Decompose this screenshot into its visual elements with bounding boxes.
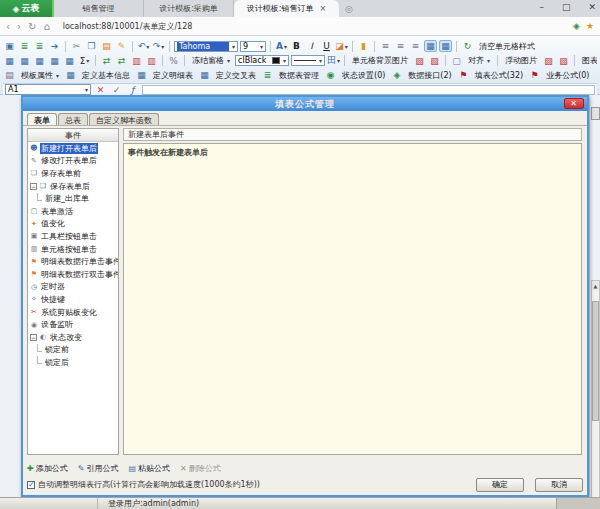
fill-color-icon[interactable]: ◪▾ xyxy=(335,40,348,52)
paste-icon[interactable]: ▤ xyxy=(100,40,113,52)
font-color-icon[interactable]: A▾ xyxy=(275,40,288,52)
add-float-image-icon[interactable]: ▧ xyxy=(542,55,555,67)
formula-cancel-icon[interactable]: ✕ xyxy=(94,84,107,96)
toolbar-fill-formula[interactable]: 填表公式(32) xyxy=(472,70,526,81)
save-icon[interactable]: ▣ xyxy=(3,40,16,52)
chart-button[interactable]: 图表 xyxy=(579,55,597,66)
ok-button[interactable]: 确定 xyxy=(476,478,524,492)
tree-item-detail-row-click[interactable]: ⚑明细表数据行单击事件 xyxy=(28,255,118,268)
align-box-icon[interactable]: ▢ xyxy=(450,55,463,67)
bookmark-star-icon[interactable]: ★ xyxy=(586,21,594,31)
forward-icon[interactable]: › xyxy=(17,21,21,32)
lock-cell-icon[interactable]: ▮ xyxy=(357,40,370,52)
share-icon[interactable]: ➔ xyxy=(48,40,61,52)
reload-icon[interactable]: ↻ xyxy=(28,21,36,32)
italic-icon[interactable]: I xyxy=(305,40,318,52)
tree-item-before-save-form[interactable]: ❏保存表单前 xyxy=(28,167,118,180)
add-formula-button[interactable]: ✚添加公式 xyxy=(27,463,68,474)
toolbar-business-formula[interactable]: 业务公式(0) xyxy=(543,70,592,81)
delete-formula-button[interactable]: ✕删除公式 xyxy=(180,463,221,474)
insert-row-icon[interactable]: ▦ xyxy=(3,55,16,67)
toolbar-define-detail-table[interactable]: 定义明细表 xyxy=(150,70,196,81)
tree-item-after-save-form[interactable]: −❏保存表单后 xyxy=(28,180,118,193)
bold-icon[interactable]: B xyxy=(290,40,303,52)
tree-item-value-change[interactable]: ✦值变化 xyxy=(28,218,118,231)
paste-formula-button[interactable]: ▤粘贴公式 xyxy=(128,463,170,474)
tree-item-detail-row-dblclick[interactable]: ⚑明细表数据行双击事件 xyxy=(28,268,118,281)
align-center-icon[interactable]: ≡ xyxy=(394,40,407,52)
tree-item-new-outbound-order[interactable]: 新建_出库单 xyxy=(28,192,118,205)
scroll-up-icon[interactable]: ▲ xyxy=(592,281,599,290)
line-style-select[interactable]: ▾ xyxy=(291,55,325,66)
export-icon[interactable]: ≣ xyxy=(33,40,46,52)
remove-float-image-icon[interactable]: ▧ xyxy=(557,55,570,67)
resize-table-icon[interactable]: ▦ xyxy=(63,55,76,67)
tree-item-clipboard-change[interactable]: ✂系统剪贴板变化 xyxy=(28,306,118,319)
insert-column-icon[interactable]: ▦ xyxy=(18,55,31,67)
clear-cell-style-button[interactable]: 清空单元格样式 xyxy=(476,41,538,52)
borders-icon[interactable]: 田▾ xyxy=(327,55,340,67)
cancel-button[interactable]: 取消 xyxy=(535,478,583,492)
tree-item-after-new-open-form[interactable]: ☻新建打开表单后 xyxy=(28,142,118,155)
tree-item-form-activate[interactable]: ▢表单激活 xyxy=(28,205,118,218)
window-close-icon[interactable]: ✕ xyxy=(588,2,596,12)
copy-icon[interactable]: ❐ xyxy=(85,40,98,52)
scroll-thumb[interactable] xyxy=(592,301,599,421)
dialog-close-icon[interactable]: ✕ xyxy=(564,98,584,109)
undo-icon[interactable]: ↶▾ xyxy=(137,40,150,52)
page-edge-button[interactable] xyxy=(591,107,600,120)
tree-item-hotkey[interactable]: ✧快捷键 xyxy=(28,293,118,306)
formula-confirm-icon[interactable]: ✓ xyxy=(110,84,123,96)
collapse-icon[interactable]: − xyxy=(30,334,37,341)
named-range-icon[interactable]: ▥ xyxy=(130,55,143,67)
home-icon[interactable]: ⌂ xyxy=(43,21,49,32)
reference-formula-button[interactable]: ✎引用公式 xyxy=(78,463,119,474)
page-vertical-scrollbar[interactable]: ▲ ▼ xyxy=(591,280,600,509)
tree-item-after-lock[interactable]: 锁定后 xyxy=(28,356,118,369)
align-left-icon[interactable]: ≡ xyxy=(379,40,392,52)
toolbar-data-table-management[interactable]: 数据表管理 xyxy=(276,70,322,81)
delete-row-icon[interactable]: ▦ xyxy=(33,55,46,67)
back-icon[interactable]: ‹ xyxy=(6,21,10,32)
align-button[interactable]: 对齐▾ xyxy=(465,55,493,66)
minimize-icon[interactable]: – xyxy=(539,2,544,12)
toolbar-define-basic-info[interactable]: 定义基本信息 xyxy=(79,70,133,81)
formula-editor[interactable]: 事件触发在新建表单后 xyxy=(123,143,582,455)
remove-bg-image-icon[interactable]: ▧ xyxy=(428,55,441,67)
toolbar-data-interface[interactable]: 数据接口(2) xyxy=(405,70,454,81)
url-text[interactable]: localhost:88/10001/表单定义/128 xyxy=(63,21,566,32)
tree-item-state-change[interactable]: −◐状态改变 xyxy=(28,331,118,344)
tree-item-cell-button-click[interactable]: ▥单元格按钮单击 xyxy=(28,243,118,256)
tree-item-timer[interactable]: ◷定时器 xyxy=(28,281,118,294)
auto-row-height-checkbox[interactable] xyxy=(27,481,35,489)
refresh-style-icon[interactable]: ↻ xyxy=(461,40,474,52)
link-cell-icon[interactable]: ⇄ xyxy=(100,55,113,67)
clear-range-icon[interactable]: ▥ xyxy=(145,55,158,67)
formula-input[interactable] xyxy=(142,85,595,95)
delete-column-icon[interactable]: ▦ xyxy=(48,55,61,67)
maximize-icon[interactable]: □ xyxy=(562,2,571,12)
toolbar-status-settings[interactable]: 状态设置(0) xyxy=(339,70,388,81)
freeze-panes-button[interactable]: 冻结窗格▾ xyxy=(189,55,233,66)
cell-bg-image-button[interactable]: 单元格背景图片 xyxy=(349,55,411,66)
collapse-icon[interactable]: − xyxy=(30,183,37,190)
tab-design-sales-order[interactable]: 设计模板:销售订单 × xyxy=(234,0,339,17)
toolbar-template-properties[interactable]: 模板属性▾ xyxy=(18,70,62,81)
add-bg-image-icon[interactable]: ▧ xyxy=(413,55,426,67)
font-size-select[interactable]: 9 ▾ xyxy=(240,41,266,52)
float-image-button[interactable]: 浮动图片 xyxy=(502,55,540,66)
wrap-text-icon[interactable]: ▦ xyxy=(439,40,452,52)
tree-item-toolbar-button-click[interactable]: ▣工具栏按钮单击 xyxy=(28,230,118,243)
tree-item-device-listen[interactable]: ◉设备监听 xyxy=(28,318,118,331)
tab-design-purchase-order[interactable]: 设计模板:采购单 xyxy=(144,0,234,17)
extension-diamond-icon[interactable]: ◈ xyxy=(573,21,580,31)
tab-close-icon[interactable]: × xyxy=(320,4,327,13)
cut-icon[interactable]: ✂ xyxy=(70,40,83,52)
cloud-table-logo[interactable]: ◈ 云表 xyxy=(0,0,54,17)
align-right-icon[interactable]: ≡ xyxy=(409,40,422,52)
insert-function-icon[interactable]: ƒ xyxy=(126,84,139,96)
redo-icon[interactable]: ↷▾ xyxy=(152,40,165,52)
format-brush-icon[interactable]: ✎ xyxy=(115,40,128,52)
font-family-select[interactable]: Tahoma ▾ xyxy=(174,41,238,52)
toolbar-define-cross-table[interactable]: 定义交叉表 xyxy=(213,70,259,81)
